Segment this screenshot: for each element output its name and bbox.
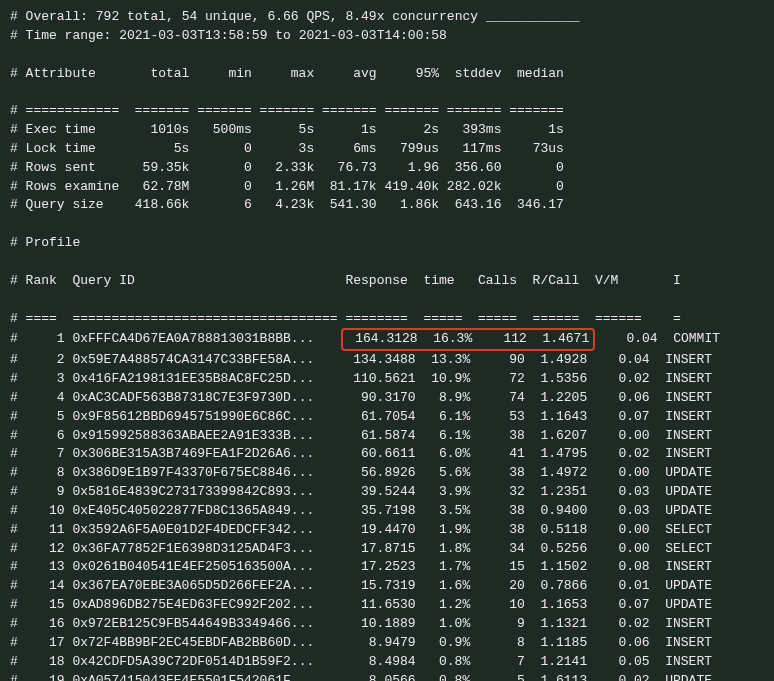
r-per-call: 0.5256 [533,540,588,559]
query-id: 0xAD896DB275E4ED63FEC992F202... [72,596,337,615]
vm: 0.07 [595,408,650,427]
calls: 8 [478,634,525,653]
response-time: 8.4984 [345,653,415,672]
calls: 38 [478,427,525,446]
response-time: 19.4470 [345,521,415,540]
profile-row: #50x9F85612BBD6945751990E6C86C...61.7054… [10,408,764,427]
query-id: 0x36FA77852F1E6398D3125AD4F3... [72,540,337,559]
profile-row: #60x915992588363ABAEE2A91E333B...61.5874… [10,427,764,446]
r-per-call: 1.4972 [533,464,588,483]
attr-label: Lock time [26,140,127,159]
response-pct: 6.1% [423,427,470,446]
query-type: SELECT [665,521,720,540]
attr-label: Exec time [26,121,127,140]
vm: 0.04 [603,330,658,349]
vm: 0.08 [595,558,650,577]
response-time: 17.2523 [345,558,415,577]
query-id: 0x386D9E1B97F43370F675EC8846... [72,464,337,483]
vm: 0.02 [595,370,650,389]
response-time: 90.3170 [345,389,415,408]
query-type: INSERT [665,427,720,446]
profile-row: #140x367EA70EBE3A065D5D266FEF2A...15.731… [10,577,764,596]
response-pct: 3.5% [423,502,470,521]
summary-row: #Rows sent59.35k02.33k76.731.96356.600 [10,159,764,178]
r-per-call: 1.2351 [533,483,588,502]
vm: 0.07 [595,596,650,615]
profile-row: #120x36FA77852F1E6398D3125AD4F3...17.871… [10,540,764,559]
query-type: UPDATE [665,502,720,521]
query-type: INSERT [665,351,720,370]
rank: 12 [26,540,65,559]
calls: 10 [478,596,525,615]
r-per-call: 1.1321 [533,615,588,634]
r-per-call: 1.4795 [533,445,588,464]
query-type: COMMIT [673,330,728,349]
rank: 19 [26,672,65,681]
profile-separator: #=======================================… [10,291,764,329]
timerange-line: # Time range: 2021-03-03T13:58:59 to 202… [10,27,764,46]
calls: 38 [478,502,525,521]
calls: 53 [478,408,525,427]
overall-line: # Overall: 792 total, 54 unique, 6.66 QP… [10,8,764,27]
response-time: 61.5874 [345,427,415,446]
response-time: 60.6611 [345,445,415,464]
vm: 0.00 [595,521,650,540]
attr-label: Rows sent [26,159,127,178]
query-id: 0x42CDFD5A39C72DF0514D1B59F2... [72,653,337,672]
calls: 72 [478,370,525,389]
summary-row: #Query size418.66k64.23k541.301.86k643.1… [10,196,764,215]
query-id: 0x72F4BB9BF2EC45EBDFAB2BB60D... [72,634,337,653]
response-pct: 6.1% [423,408,470,427]
attr-label: Query size [26,196,127,215]
calls: 20 [478,577,525,596]
response-time: 61.7054 [345,408,415,427]
response-pct: 6.0% [423,445,470,464]
query-type: UPDATE [665,577,720,596]
rank: 17 [26,634,65,653]
query-id: 0xAC3CADF563B87318C7E3F9730D... [72,389,337,408]
query-id: 0x306BE315A3B7469FEA1F2D26A6... [72,445,337,464]
r-per-call: 1.4928 [533,351,588,370]
profile-row: #180x42CDFD5A39C72DF0514D1B59F2...8.4984… [10,653,764,672]
calls: 74 [478,389,525,408]
response-pct: 0.8% [423,653,470,672]
rank: 13 [26,558,65,577]
r-per-call: 1.6207 [533,427,588,446]
rank: 4 [26,389,65,408]
summary-header: #Attributetotalminmaxavg95%stddevmedian [10,46,764,84]
vm: 0.02 [595,615,650,634]
query-type: INSERT [665,558,720,577]
profile-row: #190xA057415043EE4E5501F542061F...8.0566… [10,672,764,681]
response-pct: 1.8% [423,540,470,559]
calls: 9 [478,615,525,634]
query-id: 0x59E7A488574CA3147C33BFE58A... [72,351,337,370]
r-per-call: 1.1502 [533,558,588,577]
calls: 34 [478,540,525,559]
calls: 90 [478,351,525,370]
r-per-call: 1.5356 [533,370,588,389]
vm: 0.06 [595,634,650,653]
r-per-call: 1.2141 [533,653,588,672]
summary-row: #Rows examine62.78M01.26M81.17k419.40k28… [10,178,764,197]
response-pct: 1.9% [423,521,470,540]
response-pct: 0.9% [423,634,470,653]
vm: 0.03 [595,502,650,521]
response-pct: 1.7% [423,558,470,577]
response-time: 8.9479 [345,634,415,653]
query-type: SELECT [665,540,720,559]
rank: 9 [26,483,65,502]
query-type: UPDATE [665,464,720,483]
profile-row: #170x72F4BB9BF2EC45EBDFAB2BB60D...8.9479… [10,634,764,653]
r-per-call: 0.5118 [533,521,588,540]
response-time: 164.3128 [347,330,417,349]
vm: 0.00 [595,427,650,446]
query-type: UPDATE [665,483,720,502]
calls: 7 [478,653,525,672]
profile-label: # Profile [10,234,764,253]
highlight-box: 164.312816.3%1121.4671 [341,328,595,351]
vm: 0.02 [595,672,650,681]
query-id: 0x9F85612BBD6945751990E6C86C... [72,408,337,427]
query-type: UPDATE [665,596,720,615]
profile-row: #20x59E7A488574CA3147C33BFE58A...134.348… [10,351,764,370]
profile-row: #110x3592A6F5A0E01D2F4DEDCFF342...19.447… [10,521,764,540]
